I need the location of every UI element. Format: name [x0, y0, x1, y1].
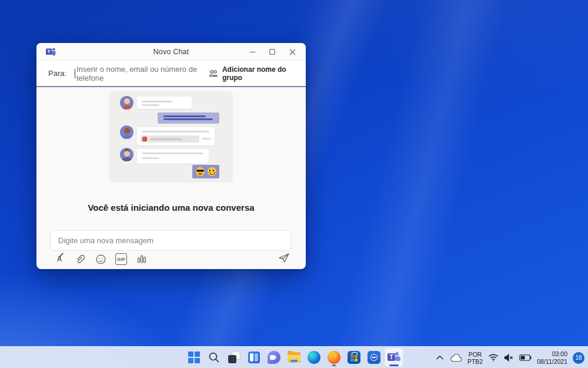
- avatar-person-2: [120, 125, 133, 139]
- windows-start-icon: [188, 352, 200, 363]
- microsoft-store-icon: [348, 351, 360, 364]
- teams-logo-icon: [46, 47, 56, 57]
- smiley-emoji-icon: [208, 167, 216, 176]
- widgets-button[interactable]: [245, 348, 263, 367]
- teams-icon: T: [387, 352, 400, 363]
- teams-new-chat-window: Novo Chat Para: Inserir o nome, email ou…: [36, 43, 306, 269]
- microsoft-store-button[interactable]: [345, 348, 363, 367]
- show-hidden-icons-button[interactable]: [436, 355, 444, 360]
- poll-button[interactable]: [136, 253, 148, 265]
- compose-toolbar: A GIF: [54, 253, 148, 266]
- edge-icon: [308, 351, 320, 364]
- people-group-icon: [209, 69, 218, 77]
- close-button[interactable]: [282, 43, 302, 61]
- battery-icon: [519, 354, 532, 361]
- firefox-button[interactable]: [325, 348, 343, 367]
- chevron-up-icon: [436, 355, 444, 360]
- teams-chat-icon: [268, 351, 280, 364]
- add-group-name-label: Adicionar nome do grupo: [222, 65, 296, 82]
- purple-divider: [36, 86, 306, 87]
- firefox-running-indicator: [332, 364, 336, 366]
- message-input-placeholder: Digite uma nova mensagem: [58, 236, 153, 245]
- speaker-muted-icon: [504, 354, 514, 362]
- avatar-person-1: [120, 96, 133, 110]
- volume-muted-button[interactable]: [504, 354, 514, 362]
- clock[interactable]: 03:00 08/11/2021: [537, 350, 567, 366]
- wifi-icon: [488, 354, 499, 362]
- add-group-name-button[interactable]: Adicionar nome do grupo: [209, 65, 296, 82]
- file-explorer-button[interactable]: [285, 348, 303, 367]
- message-bubble-1: [137, 97, 192, 109]
- emoji-button[interactable]: [95, 253, 106, 265]
- to-field-row: Para: Inserir o nome, email ou número de…: [36, 61, 306, 86]
- gif-button[interactable]: GIF: [115, 253, 127, 265]
- minimize-button[interactable]: [242, 43, 262, 61]
- sunglasses-emoji-icon: [196, 167, 205, 176]
- window-titlebar[interactable]: Novo Chat: [36, 43, 306, 61]
- file-explorer-icon: [288, 352, 300, 363]
- language-code: POR: [467, 351, 483, 358]
- wifi-tray-button[interactable]: [488, 354, 499, 362]
- tray-date: 08/11/2021: [537, 358, 567, 366]
- teams-button[interactable]: T: [385, 348, 403, 367]
- taskbar: T POR PTB2: [0, 346, 588, 368]
- attach-button[interactable]: [74, 253, 86, 265]
- message-bubble-self: [158, 112, 219, 124]
- new-conversation-illustration: [109, 91, 233, 183]
- attachment-chip: [141, 135, 199, 142]
- task-view-icon: [228, 352, 240, 363]
- task-view-button[interactable]: [225, 348, 243, 367]
- remote-app-icon: [368, 351, 380, 364]
- to-input[interactable]: Inserir o nome, email ou número de telef…: [76, 65, 209, 82]
- onedrive-tray-button[interactable]: [449, 354, 462, 362]
- avatar-person-3: [120, 148, 133, 161]
- desktop-wallpaper: Novo Chat Para: Inserir o nome, email ou…: [0, 0, 588, 368]
- empty-state-heading: Você está iniciando uma nova conversa: [36, 203, 306, 213]
- message-bubble-3: [137, 149, 209, 164]
- battery-tray-button[interactable]: [519, 354, 532, 361]
- language-indicator[interactable]: POR PTB2: [467, 351, 483, 365]
- remote-app-button[interactable]: [365, 348, 383, 367]
- start-button[interactable]: [185, 348, 203, 367]
- attachment-icon: [142, 137, 147, 141]
- search-button[interactable]: [205, 348, 223, 367]
- emoji-reaction-bubble: [192, 165, 219, 178]
- teams-active-indicator: [389, 364, 399, 366]
- message-input[interactable]: Digite uma nova mensagem: [50, 230, 291, 251]
- format-button[interactable]: A: [54, 253, 65, 265]
- firefox-icon: [328, 351, 340, 364]
- keyboard-layout: PTB2: [467, 358, 483, 365]
- widgets-icon: [248, 352, 260, 363]
- search-icon: [208, 352, 220, 363]
- chat-button[interactable]: [265, 348, 283, 367]
- tray-time: 03:00: [537, 350, 567, 358]
- maximize-button[interactable]: [262, 43, 282, 61]
- message-bubble-2: [137, 127, 215, 145]
- to-label: Para:: [48, 69, 66, 78]
- cloud-icon: [449, 354, 462, 362]
- notification-count-badge[interactable]: 18: [573, 352, 584, 364]
- system-tray: POR PTB2: [436, 347, 584, 368]
- send-button[interactable]: [278, 253, 290, 264]
- text-cursor: [75, 69, 75, 78]
- edge-button[interactable]: [305, 348, 323, 367]
- taskbar-app-icons: T: [185, 348, 403, 367]
